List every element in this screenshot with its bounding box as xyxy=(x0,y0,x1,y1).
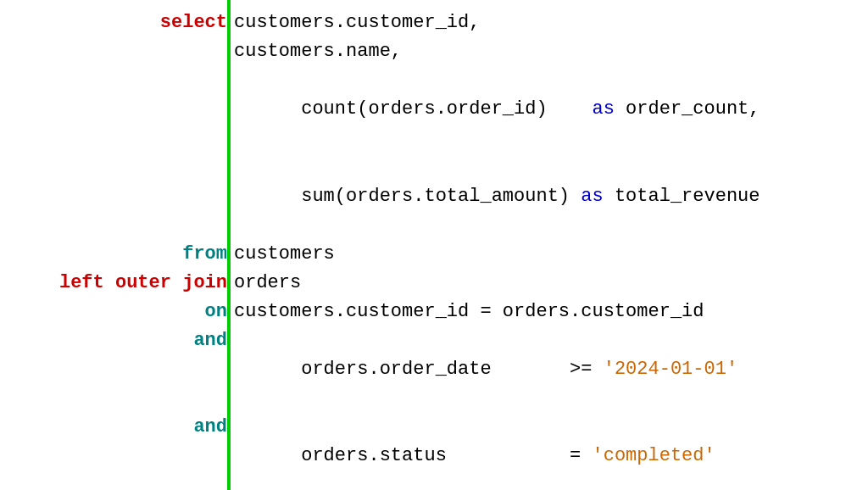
code-line-7: on customers.customer_id = orders.custom… xyxy=(0,298,868,326)
keyword-from: from xyxy=(0,240,227,269)
line3-func: count(orders.order_id) xyxy=(301,98,592,120)
line9-value: 'completed' xyxy=(592,445,715,466)
code-line-4: sum(orders.total_amount) as total_revenu… xyxy=(0,153,868,239)
line3-as: as xyxy=(592,98,626,120)
line4-func: sum(orders.total_amount) xyxy=(301,186,581,207)
code-line-9: and orders.status = 'completed' xyxy=(0,413,868,490)
keyword-left-outer-join: left outer join xyxy=(0,269,227,298)
keyword-select: select xyxy=(0,8,227,37)
code-line-8: and orders.order_date >= '2024-01-01' xyxy=(0,326,868,413)
line2-content: customers.name, xyxy=(227,37,402,66)
code-line-2: customers.name, xyxy=(0,37,868,66)
line8-content: orders.order_date >= '2024-01-01' xyxy=(227,326,737,413)
line4-content: sum(orders.total_amount) as total_revenu… xyxy=(227,153,760,239)
code-editor: select customers.customer_id, customers.… xyxy=(0,0,868,490)
line3-content: count(orders.order_id) as order_count, xyxy=(227,66,760,153)
code-line-5: from customers xyxy=(0,240,868,269)
line7-content: customers.customer_id = orders.customer_… xyxy=(227,298,704,326)
code-line-6: left outer join orders xyxy=(0,269,868,298)
line8-value: '2024-01-01' xyxy=(604,359,737,380)
line1-content: customers.customer_id, xyxy=(227,8,480,37)
keyword-and-2: and xyxy=(0,413,227,442)
vertical-divider xyxy=(227,0,231,490)
line4-as: as xyxy=(581,186,615,207)
line5-content: customers xyxy=(227,240,335,269)
keyword-on: on xyxy=(0,298,227,326)
line6-content: orders xyxy=(227,269,301,298)
code-line-1: select customers.customer_id, xyxy=(0,8,868,37)
keyword-and-1: and xyxy=(0,326,227,355)
line8-field: orders.order_date >= xyxy=(301,359,603,380)
line3-alias: order_count, xyxy=(626,98,760,120)
line4-alias: total_revenue xyxy=(615,186,760,207)
line9-content: orders.status = 'completed' xyxy=(227,413,715,490)
line9-field: orders.status = xyxy=(301,445,592,466)
code-line-3: count(orders.order_id) as order_count, xyxy=(0,66,868,153)
